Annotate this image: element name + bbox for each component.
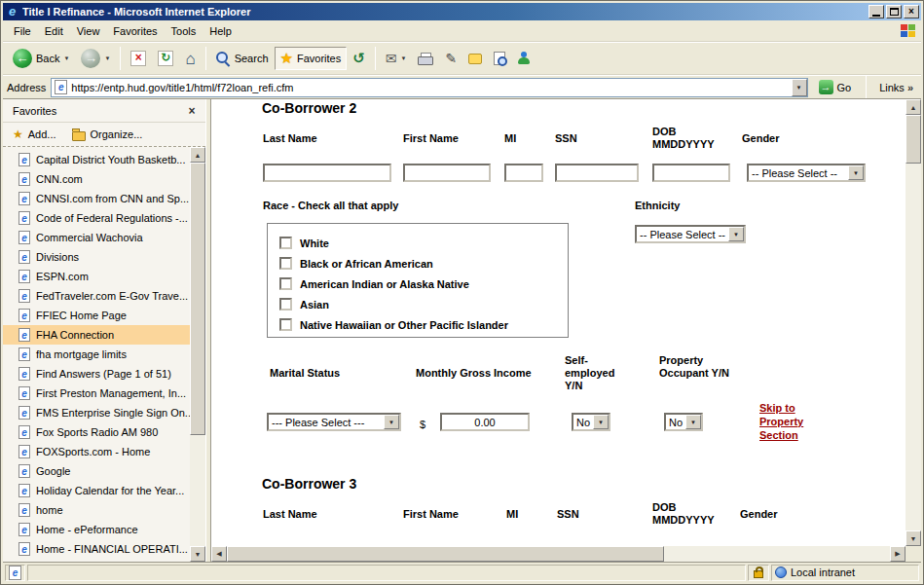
menu-file[interactable]: File [7, 22, 38, 40]
browser-window: e Title I Refinance - Microsoft Internet… [0, 0, 924, 585]
favorite-item[interactable]: Capital District Youth Basketb... [3, 150, 190, 169]
scroll-up-button[interactable]: ▲ [906, 99, 921, 115]
race-section-label: Race - Check all that apply [263, 200, 398, 212]
favorite-item[interactable]: FOXSports.com - Home [3, 442, 190, 461]
close-button[interactable]: × [904, 5, 919, 18]
favorite-item[interactable]: Divisions [3, 247, 190, 267]
forward-button[interactable]: → ▼ [75, 45, 116, 72]
discuss-button[interactable] [462, 50, 488, 68]
cb2-firstname-input[interactable] [403, 164, 491, 182]
race-checkbox[interactable] [279, 277, 292, 290]
cb2-lastname-label: Last Name [263, 132, 317, 145]
favorite-item[interactable]: Fox Sports Radio AM 980 [3, 422, 190, 442]
home-button[interactable]: ⌂ [179, 47, 201, 71]
scroll-thumb[interactable] [190, 163, 205, 435]
history-button[interactable]: ↺ [347, 47, 371, 70]
favorite-item[interactable]: Home - FINANCIAL OPERATI... [3, 539, 190, 559]
cb2-lastname-input[interactable] [263, 164, 391, 182]
scroll-track[interactable] [190, 163, 205, 546]
minimize-button[interactable] [869, 5, 884, 18]
race-checkbox[interactable] [279, 298, 292, 311]
marital-status-select[interactable]: --- Please Select --- ▼ [267, 413, 401, 431]
scroll-left-button[interactable]: ◀ [211, 546, 227, 562]
scroll-track[interactable] [227, 546, 890, 562]
favorite-item[interactable]: CNNSI.com from CNN and Sp... [3, 189, 190, 208]
favorite-item[interactable]: FMS Enterprise Single Sign On... [3, 403, 190, 422]
refresh-icon: ↻ [158, 51, 173, 66]
print-button[interactable] [412, 49, 439, 69]
menu-favorites[interactable]: Favorites [106, 22, 164, 40]
cb2-ssn-input[interactable] [555, 164, 639, 182]
content-vertical-scrollbar[interactable]: ▲ ▼ [906, 99, 921, 546]
favorite-item[interactable]: FHA Connection [3, 325, 190, 345]
add-favorite-icon: ★ [13, 128, 23, 140]
monthly-income-input[interactable] [440, 413, 530, 431]
menu-help[interactable]: Help [203, 22, 239, 40]
forward-dropdown-icon[interactable]: ▼ [104, 55, 110, 61]
cb2-gender-select[interactable]: -- Please Select -- ▼ [747, 164, 866, 182]
favorite-item[interactable]: ESPN.com [3, 267, 190, 286]
scroll-track[interactable] [906, 115, 921, 530]
favorite-item[interactable]: Code of Federal Regulations -... [3, 208, 190, 228]
favorite-item[interactable]: Commercial Wachovia [3, 228, 190, 247]
mail-button[interactable]: ✉ ▼ [380, 47, 413, 70]
search-button[interactable]: Search [210, 48, 275, 70]
skip-to-property-link[interactable]: Skip to Property Section [759, 401, 824, 442]
race-checkbox[interactable] [279, 237, 292, 249]
maximize-button[interactable] [886, 5, 902, 18]
address-bar: Address https://entp.hud.gov/title1/html… [3, 75, 921, 98]
stop-button[interactable]: × [125, 47, 152, 70]
favorite-item[interactable]: FFIEC Home Page [3, 306, 190, 325]
favorite-item[interactable]: Find Answers (Page 1 of 51) [3, 364, 190, 384]
stop-icon: × [130, 51, 146, 66]
address-dropdown-button[interactable]: ▼ [792, 79, 807, 96]
favorite-item[interactable]: CNN.com [3, 169, 190, 189]
favorites-button[interactable]: ★ Favorites [275, 47, 348, 70]
refresh-button[interactable]: ↻ [152, 47, 179, 70]
favorite-item[interactable]: Holiday Calendar for the Year... [3, 481, 190, 500]
scroll-right-button[interactable]: ▶ [890, 546, 906, 562]
scroll-down-button[interactable]: ▼ [190, 546, 205, 562]
research-button[interactable] [488, 48, 511, 69]
back-dropdown-icon[interactable]: ▼ [63, 55, 69, 61]
ethnicity-select[interactable]: -- Please Select -- ▼ [635, 225, 746, 243]
status-icon-pane [5, 565, 25, 581]
favorite-item[interactable]: FedTraveler.com E-Gov Trave... [3, 286, 190, 306]
home-icon: ⌂ [185, 51, 195, 67]
add-favorite-button[interactable]: ★ Add... [13, 128, 56, 140]
menu-view[interactable]: View [70, 22, 107, 40]
favorites-star-icon: ★ [280, 51, 293, 66]
messenger-button[interactable] [511, 48, 536, 69]
scroll-thumb[interactable] [227, 546, 664, 562]
favorite-item[interactable]: First Preston Management, In... [3, 384, 190, 403]
favorite-item[interactable]: home [3, 500, 190, 520]
scroll-thumb[interactable] [906, 115, 921, 164]
property-occupant-select[interactable]: No ▼ [664, 413, 703, 431]
menu-tools[interactable]: Tools [165, 22, 203, 40]
content-horizontal-scrollbar[interactable]: ◀ ▶ [211, 546, 906, 562]
favorite-item[interactable]: Google [3, 461, 190, 481]
go-button[interactable]: → Go [813, 78, 858, 96]
favorites-close-button[interactable]: × [184, 103, 200, 119]
cb2-dob-label: DOB MMDDYYYY [652, 126, 730, 151]
menu-edit[interactable]: Edit [38, 22, 70, 40]
race-checkbox[interactable] [279, 257, 292, 270]
back-button[interactable]: ← Back ▼ [7, 45, 75, 72]
favorites-header: Favorites × [3, 99, 205, 123]
favorite-item[interactable]: fha mortgage limits [3, 345, 190, 364]
favorites-scrollbar[interactable]: ▲ ▼ [190, 147, 205, 562]
self-employed-select[interactable]: No ▼ [572, 413, 610, 431]
cb2-dob-input[interactable] [652, 164, 730, 182]
address-input[interactable]: https://entp.hud.gov/title1/html/f72loan… [51, 78, 807, 97]
favorite-item[interactable]: Home - ePeformance [3, 520, 190, 539]
organize-favorites-button[interactable]: Organize... [72, 128, 143, 141]
scroll-down-button[interactable]: ▼ [906, 530, 921, 546]
cb2-mi-input[interactable] [504, 164, 543, 182]
scroll-up-button[interactable]: ▲ [190, 147, 205, 163]
mail-dropdown-icon[interactable]: ▼ [401, 55, 407, 61]
favorites-panel: Favorites × ★ Add... Organize... Capital… [3, 99, 205, 562]
links-bar[interactable]: Links » [875, 82, 917, 93]
favorite-item-label: CNN.com [36, 173, 83, 185]
edit-button[interactable]: ✎ [439, 47, 462, 70]
race-checkbox[interactable] [279, 318, 292, 331]
